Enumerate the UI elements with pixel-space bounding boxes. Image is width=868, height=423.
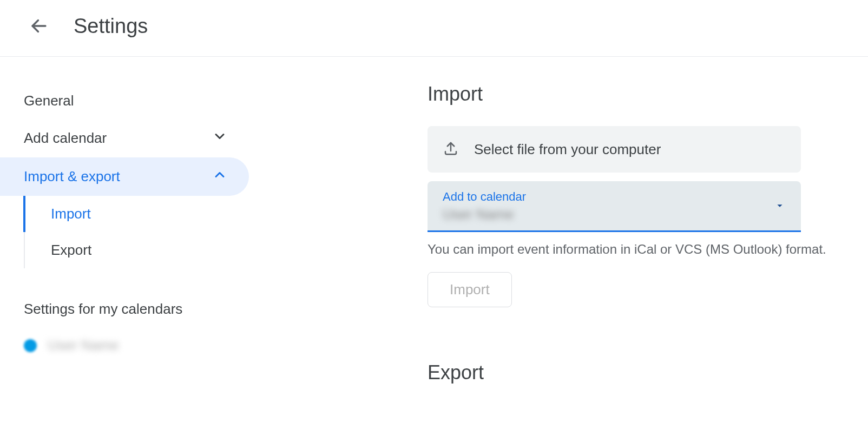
- caret-down-icon: [774, 200, 786, 214]
- sidebar-subitem-import[interactable]: Import: [23, 196, 249, 232]
- content: General Add calendar Import & export Imp…: [0, 57, 868, 384]
- calendar-color-dot: [24, 339, 37, 352]
- chevron-down-icon: [212, 129, 227, 148]
- sidebar-item-label: Add calendar: [24, 130, 107, 147]
- export-heading: Export: [428, 361, 846, 384]
- back-button[interactable]: [26, 13, 52, 39]
- sidebar-item-import-export[interactable]: Import & export: [0, 157, 249, 196]
- sidebar-subitem-export[interactable]: Export: [25, 232, 249, 268]
- arrow-left-icon: [29, 16, 49, 36]
- dropdown-label: Add to calendar: [443, 190, 526, 204]
- sidebar-section-my-calendars: Settings for my calendars: [0, 268, 249, 327]
- main-content: Import Select file from your computer Ad…: [249, 57, 868, 384]
- sidebar-subitems: Import Export: [24, 196, 249, 268]
- import-heading: Import: [428, 83, 846, 105]
- sidebar-item-label: Import & export: [24, 168, 120, 185]
- chevron-up-icon: [212, 167, 227, 186]
- dropdown-value: User Name: [443, 206, 526, 223]
- import-helper-text: You can import event information in iCal…: [428, 242, 846, 257]
- select-file-label: Select file from your computer: [474, 141, 661, 158]
- import-button[interactable]: Import: [428, 272, 512, 307]
- page-title: Settings: [74, 15, 148, 38]
- dropdown-content: Add to calendar User Name: [443, 190, 526, 223]
- sidebar-item-label: General: [24, 92, 74, 109]
- sidebar: General Add calendar Import & export Imp…: [0, 57, 249, 384]
- add-to-calendar-dropdown[interactable]: Add to calendar User Name: [428, 181, 801, 232]
- upload-icon: [443, 140, 459, 158]
- sidebar-item-add-calendar[interactable]: Add calendar: [0, 119, 249, 157]
- header: Settings: [0, 0, 868, 57]
- sidebar-calendar-item[interactable]: User Name: [0, 327, 249, 363]
- calendar-name: User Name: [48, 337, 119, 354]
- select-file-button[interactable]: Select file from your computer: [428, 126, 801, 173]
- sidebar-item-general[interactable]: General: [0, 83, 249, 119]
